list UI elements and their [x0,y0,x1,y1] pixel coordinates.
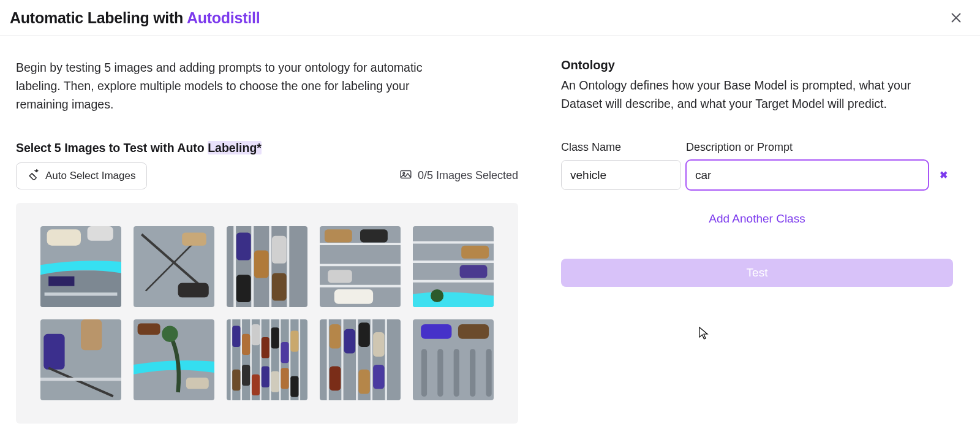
remove-class-button[interactable]: ✖ [933,160,953,190]
svg-rect-35 [461,245,489,258]
image-thumbnail[interactable] [413,319,494,400]
image-thumbnail[interactable] [40,319,121,400]
svg-rect-56 [242,333,250,354]
modal-title-accent: Autodistill [187,9,260,26]
svg-rect-6 [47,229,81,245]
svg-rect-28 [360,229,388,242]
auto-select-images-label: Auto Select Images [45,170,135,182]
wand-icon [28,169,39,183]
svg-rect-8 [48,276,74,286]
svg-rect-27 [325,229,352,242]
description-input[interactable] [686,160,929,190]
svg-rect-18 [236,232,251,260]
selected-count: 0/5 Images Selected [400,169,518,182]
image-thumbnail[interactable] [134,226,214,307]
svg-rect-68 [290,376,298,397]
modal-title-prefix: Automatic Labeling with [10,9,187,26]
image-thumbnail[interactable] [320,226,401,307]
svg-rect-30 [334,289,373,304]
images-toolbar: Auto Select Images 0/5 Images Selected [16,162,518,189]
svg-rect-77 [358,322,369,347]
description-field: Description or Prompt [686,141,929,190]
image-thumbnail[interactable] [413,226,494,307]
svg-point-43 [162,326,178,341]
svg-rect-60 [281,342,288,363]
intro-text: Begin by testing 5 images and adding pro… [16,58,457,114]
description-label: Description or Prompt [686,141,929,154]
svg-rect-59 [271,327,279,348]
select-images-heading-prefix: Select 5 Images to Test with Auto [16,141,208,154]
select-images-heading-highlight: Labeling* [208,141,262,154]
svg-rect-79 [330,366,341,390]
close-button[interactable] [947,9,965,27]
svg-rect-78 [373,332,384,357]
svg-rect-81 [373,365,384,389]
svg-rect-11 [178,283,209,297]
svg-rect-62 [232,369,240,390]
svg-rect-41 [40,378,121,381]
svg-rect-22 [272,273,287,300]
remove-icon: ✖ [940,169,948,181]
svg-rect-36 [460,265,488,278]
ontology-description: An Ontology defines how your Base Model … [561,76,953,113]
ontology-row: Class Name Description or Prompt ✖ [561,141,953,190]
svg-rect-63 [242,365,250,386]
svg-point-37 [431,289,443,302]
svg-rect-84 [458,324,489,339]
image-thumbnail[interactable] [320,319,401,400]
ontology-heading: Ontology [561,58,953,72]
svg-rect-58 [262,337,270,358]
svg-rect-19 [254,250,269,278]
svg-rect-67 [281,368,288,389]
svg-rect-55 [232,326,240,346]
svg-rect-83 [421,324,451,339]
close-icon [949,17,963,26]
svg-rect-75 [330,324,341,349]
modal-header: Automatic Labeling with Autodistill [0,0,980,36]
image-thumbnail[interactable] [134,319,214,400]
svg-rect-80 [358,369,369,394]
class-name-label: Class Name [561,141,681,154]
svg-rect-40 [81,319,102,350]
svg-rect-45 [186,378,209,389]
class-name-input[interactable] [561,160,681,190]
svg-rect-21 [236,275,251,302]
add-another-class-link[interactable]: Add Another Class [561,212,953,226]
svg-rect-76 [344,329,355,353]
image-thumbnail[interactable] [227,226,307,307]
svg-rect-20 [272,235,287,263]
image-thumbnail[interactable] [227,319,307,400]
image-icon [400,169,412,182]
svg-rect-7 [88,226,113,241]
svg-rect-61 [290,330,298,351]
left-column: Begin by testing 5 images and adding pro… [16,58,518,424]
svg-rect-29 [328,270,352,283]
image-gallery [16,203,518,424]
modal-body: Begin by testing 5 images and adding pro… [0,36,980,424]
svg-rect-5 [40,270,121,306]
svg-point-3 [403,173,405,175]
select-images-heading: Select 5 Images to Test with Auto Labeli… [16,141,518,155]
svg-rect-65 [262,366,270,387]
svg-rect-12 [182,232,206,245]
svg-rect-9 [45,292,118,295]
svg-rect-57 [252,324,260,345]
selected-count-text: 0/5 Images Selected [418,169,518,182]
auto-select-images-button[interactable]: Auto Select Images [16,162,147,189]
image-thumbnail[interactable] [40,226,121,307]
svg-rect-44 [138,323,160,334]
class-name-field: Class Name [561,141,681,190]
modal-title: Automatic Labeling with Autodistill [10,9,260,27]
right-column: Ontology An Ontology defines how your Ba… [561,58,964,424]
svg-rect-66 [271,371,279,392]
svg-rect-2 [401,171,411,178]
svg-rect-39 [43,333,64,369]
test-button[interactable]: Test [561,259,953,287]
svg-rect-64 [252,374,260,395]
